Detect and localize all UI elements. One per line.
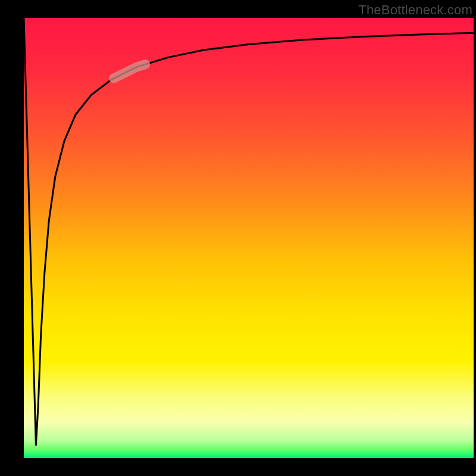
watermark-text: TheBottleneck.com: [358, 2, 472, 18]
gradient-plot-area: [24, 18, 474, 458]
chart-frame: TheBottleneck.com: [0, 0, 476, 476]
